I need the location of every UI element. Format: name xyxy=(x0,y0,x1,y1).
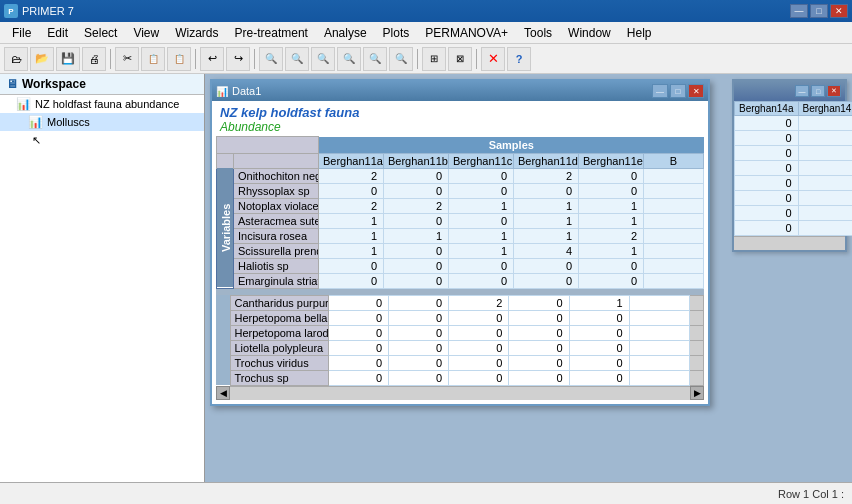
right-data-cell[interactable] xyxy=(798,161,852,176)
data-cell[interactable]: 0 xyxy=(579,273,644,288)
data-cell[interactable]: 0 xyxy=(384,213,449,228)
data-cell-2[interactable] xyxy=(629,340,689,355)
col-berghan11d[interactable]: Berghan11d xyxy=(514,153,579,168)
menu-view[interactable]: View xyxy=(125,22,167,43)
toolbar-open[interactable]: 📂 xyxy=(30,47,54,71)
maximize-button[interactable]: □ xyxy=(810,4,828,18)
row-header[interactable]: Scissurella prendre xyxy=(234,243,319,258)
col-b[interactable]: B xyxy=(644,153,704,168)
col-berghan11a[interactable]: Berghan11a xyxy=(319,153,384,168)
toolbar-zoom2[interactable]: 🔍 xyxy=(337,47,361,71)
data-cell-2[interactable]: 0 xyxy=(328,325,388,340)
toolbar-print[interactable]: 🖨 xyxy=(82,47,106,71)
data-cell[interactable]: 1 xyxy=(579,213,644,228)
menu-select[interactable]: Select xyxy=(76,22,125,43)
data-cell[interactable]: 0 xyxy=(514,258,579,273)
data-cell-2[interactable]: 0 xyxy=(449,310,509,325)
data-cell[interactable]: 0 xyxy=(384,168,449,183)
menu-edit[interactable]: Edit xyxy=(39,22,76,43)
data-cell[interactable]: 2 xyxy=(384,198,449,213)
data-cell[interactable]: 0 xyxy=(579,258,644,273)
data-cell-2[interactable]: 1 xyxy=(569,295,629,310)
toolbar-zoom-fit[interactable]: 🔍 xyxy=(311,47,335,71)
row-header[interactable]: Asteracmea suteri xyxy=(234,213,319,228)
data-cell[interactable]: 0 xyxy=(449,213,514,228)
right-data-cell[interactable] xyxy=(798,146,852,161)
right-data-cell[interactable]: 0 xyxy=(735,116,799,131)
right-data-cell[interactable] xyxy=(798,176,852,191)
data-cell[interactable]: 0 xyxy=(319,183,384,198)
data-cell[interactable]: 0 xyxy=(449,273,514,288)
data-cell[interactable]: 2 xyxy=(579,228,644,243)
row-header[interactable]: Notoplax violacea xyxy=(234,198,319,213)
data-cell-2[interactable]: 0 xyxy=(509,325,569,340)
data-cell-2[interactable]: 0 xyxy=(328,310,388,325)
data-cell-2[interactable]: 0 xyxy=(449,370,509,385)
sec-close[interactable]: ✕ xyxy=(827,85,841,97)
data-cell-2[interactable]: 0 xyxy=(389,325,449,340)
data-cell-2[interactable]: 0 xyxy=(569,355,629,370)
row-header[interactable]: Haliotis sp xyxy=(234,258,319,273)
data-cell[interactable]: 1 xyxy=(514,213,579,228)
data-cell[interactable]: 1 xyxy=(514,198,579,213)
menu-pretreatment[interactable]: Pre-treatment xyxy=(227,22,316,43)
row-header-2[interactable]: Herpetopoma larod xyxy=(230,325,328,340)
data-cell-2[interactable] xyxy=(629,370,689,385)
horizontal-scrollbar[interactable]: ◀ ▶ xyxy=(216,386,704,400)
row-header-2[interactable]: Liotella polypleura xyxy=(230,340,328,355)
data-cell[interactable]: 1 xyxy=(319,228,384,243)
data-cell-2[interactable]: 0 xyxy=(389,355,449,370)
right-data-cell[interactable]: 0 xyxy=(735,131,799,146)
data-cell[interactable]: 2 xyxy=(319,198,384,213)
menu-plots[interactable]: Plots xyxy=(375,22,418,43)
data-cell-2[interactable] xyxy=(629,325,689,340)
data-cell-2[interactable]: 2 xyxy=(449,295,509,310)
sec-maximize[interactable]: □ xyxy=(811,85,825,97)
right-scroll[interactable] xyxy=(734,236,845,250)
right-data-cell[interactable] xyxy=(798,116,852,131)
toolbar-grid2[interactable]: ⊠ xyxy=(448,47,472,71)
row-header[interactable]: Emarginula striatula xyxy=(234,273,319,288)
menu-tools[interactable]: Tools xyxy=(516,22,560,43)
data-cell[interactable]: 0 xyxy=(514,183,579,198)
toolbar-zoom-in[interactable]: 🔍 xyxy=(259,47,283,71)
data-cell[interactable]: 2 xyxy=(319,168,384,183)
right-data-cell[interactable]: 0 xyxy=(735,161,799,176)
row-header-2[interactable]: Cantharidus purpur xyxy=(230,295,328,310)
data-cell-2[interactable] xyxy=(629,310,689,325)
data-cell-2[interactable]: 0 xyxy=(569,310,629,325)
data-cell-2[interactable]: 0 xyxy=(389,310,449,325)
menu-window[interactable]: Window xyxy=(560,22,619,43)
data-cell[interactable]: 0 xyxy=(384,183,449,198)
sec-minimize[interactable]: — xyxy=(795,85,809,97)
data-cell[interactable] xyxy=(644,228,704,243)
toolbar-grid[interactable]: ⊞ xyxy=(422,47,446,71)
data-cell[interactable] xyxy=(644,213,704,228)
data-cell-2[interactable] xyxy=(629,355,689,370)
data-cell-2[interactable]: 0 xyxy=(449,325,509,340)
toolbar-cut[interactable]: ✂ xyxy=(115,47,139,71)
right-col-berghan14a[interactable]: Berghan14a xyxy=(735,102,799,116)
data-cell[interactable]: 0 xyxy=(579,168,644,183)
data-cell[interactable]: 4 xyxy=(514,243,579,258)
row-header-2[interactable]: Trochus sp xyxy=(230,370,328,385)
toolbar-redo[interactable]: ↪ xyxy=(226,47,250,71)
row-header[interactable]: Onithochiton negle xyxy=(234,168,319,183)
data-cell[interactable]: 0 xyxy=(384,243,449,258)
data-cell-2[interactable]: 0 xyxy=(328,295,388,310)
toolbar-undo[interactable]: ↩ xyxy=(200,47,224,71)
data-cell[interactable] xyxy=(644,273,704,288)
toolbar-new[interactable]: 🗁 xyxy=(4,47,28,71)
data-cell[interactable]: 0 xyxy=(449,258,514,273)
data-cell[interactable]: 0 xyxy=(514,273,579,288)
data-cell-2[interactable]: 0 xyxy=(449,355,509,370)
data-cell[interactable]: 1 xyxy=(319,243,384,258)
row-header[interactable]: Rhyssoplax sp xyxy=(234,183,319,198)
data-cell-2[interactable]: 0 xyxy=(509,340,569,355)
data-cell-2[interactable]: 0 xyxy=(509,370,569,385)
data-cell[interactable]: 0 xyxy=(449,168,514,183)
close-button[interactable]: ✕ xyxy=(830,4,848,18)
right-data-cell[interactable]: 0 xyxy=(735,191,799,206)
right-data-cell[interactable]: 0 xyxy=(735,221,799,236)
toolbar-save[interactable]: 💾 xyxy=(56,47,80,71)
